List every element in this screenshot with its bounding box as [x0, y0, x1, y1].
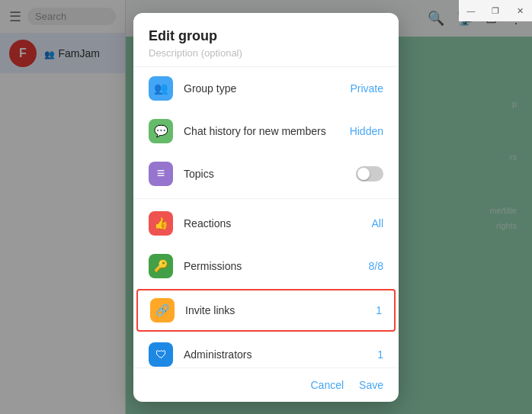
window-chrome: — ❐ ✕: [459, 0, 532, 21]
modal-subtitle: Description (optional): [149, 47, 383, 59]
modal-footer: Cancel Save: [133, 367, 399, 402]
menu-item-chat-history[interactable]: 💬 Chat history for new members Hidden: [133, 110, 399, 152]
modal-header: Edit group Description (optional): [133, 13, 399, 67]
modal-overlay: Edit group Description (optional) 👥 Grou…: [0, 0, 532, 414]
menu-item-reactions[interactable]: 👍 Reactions All: [133, 202, 399, 245]
close-button[interactable]: ✕: [508, 0, 532, 21]
invite-links-icon: 🔗: [150, 298, 175, 323]
permissions-label: Permissions: [184, 260, 358, 272]
restore-button[interactable]: ❐: [483, 0, 508, 21]
section-2: 👍 Reactions All 🔑 Permissions 8/8 🔗 Invi…: [133, 202, 399, 367]
save-button[interactable]: Save: [359, 379, 383, 391]
menu-item-group-type[interactable]: 👥 Group type Private: [133, 67, 399, 110]
chat-history-label: Chat history for new members: [184, 125, 339, 137]
menu-item-invite-links[interactable]: 🔗 Invite links 1: [136, 289, 396, 332]
menu-item-permissions[interactable]: 🔑 Permissions 8/8: [133, 245, 399, 287]
group-type-value: Private: [350, 82, 383, 95]
group-type-label: Group type: [184, 82, 339, 95]
invite-links-label: Invite links: [185, 304, 365, 316]
invite-links-value: 1: [376, 304, 382, 316]
reactions-value: All: [371, 217, 383, 229]
topics-toggle[interactable]: [356, 166, 383, 181]
chat-history-value: Hidden: [350, 125, 383, 137]
chat-history-icon: 💬: [149, 119, 173, 143]
topics-label: Topics: [184, 168, 345, 180]
cancel-button[interactable]: Cancel: [310, 379, 344, 391]
section-divider: [133, 198, 399, 199]
administrators-icon: 🛡: [149, 342, 173, 367]
edit-group-modal: Edit group Description (optional) 👥 Grou…: [133, 13, 399, 402]
topics-icon: ≡: [149, 162, 173, 186]
administrators-value: 1: [377, 348, 383, 361]
modal-body: 👥 Group type Private 💬 Chat history for …: [133, 67, 399, 367]
reactions-label: Reactions: [184, 217, 361, 229]
permissions-icon: 🔑: [149, 254, 173, 278]
menu-item-topics[interactable]: ≡ Topics: [133, 152, 399, 195]
administrators-label: Administrators: [184, 348, 367, 361]
minimize-button[interactable]: —: [459, 0, 483, 21]
reactions-icon: 👍: [149, 211, 173, 236]
group-type-icon: 👥: [149, 76, 173, 101]
permissions-value: 8/8: [369, 260, 383, 272]
section-1: 👥 Group type Private 💬 Chat history for …: [133, 67, 399, 195]
modal-title: Edit group: [149, 28, 383, 44]
menu-item-administrators[interactable]: 🛡 Administrators 1: [133, 333, 399, 367]
